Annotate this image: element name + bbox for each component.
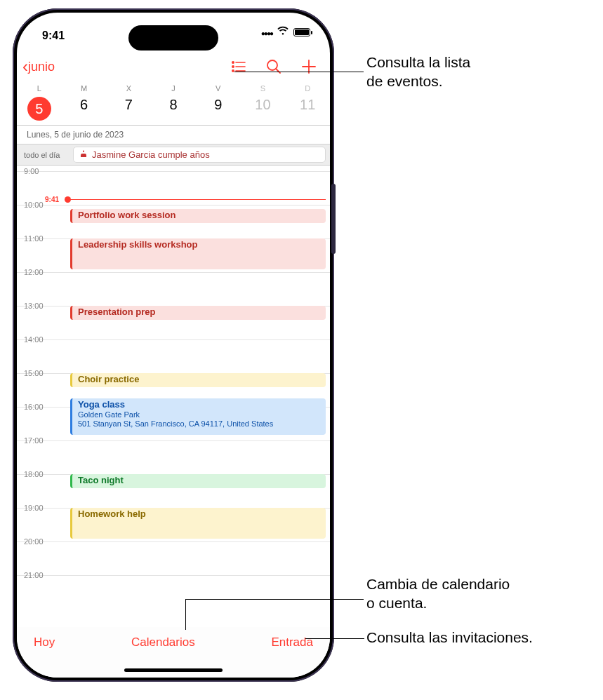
event-title: Choir practice bbox=[78, 375, 320, 385]
all-day-row: todo el día Jasmine Garcia cumple años bbox=[17, 144, 330, 166]
hour-label: 19:00 bbox=[24, 504, 44, 512]
bottom-toolbar: Hoy Calendarios Entrada bbox=[17, 627, 330, 678]
event-title: Yoga class bbox=[78, 400, 320, 410]
day-letter: V bbox=[196, 84, 241, 93]
hour-row: 14:00 bbox=[17, 339, 330, 373]
day-letter: D bbox=[285, 84, 330, 93]
add-event-button[interactable] bbox=[300, 58, 317, 75]
day-col-5[interactable]: L5 bbox=[17, 84, 62, 121]
hour-row: 17:00 bbox=[17, 440, 330, 474]
day-number: 9 bbox=[196, 97, 241, 113]
callout-line bbox=[185, 599, 186, 630]
today-button[interactable]: Hoy bbox=[34, 635, 55, 649]
home-indicator[interactable] bbox=[124, 668, 223, 672]
svg-line-7 bbox=[276, 69, 280, 73]
day-col-7[interactable]: X7 bbox=[106, 84, 151, 121]
hour-label: 18:00 bbox=[24, 470, 44, 478]
hour-label: 16:00 bbox=[24, 403, 44, 411]
callout-calendars: Cambia de calendario o cuenta. bbox=[366, 575, 510, 613]
day-letter: J bbox=[151, 84, 196, 93]
event-title: Leadership skills workshop bbox=[78, 240, 320, 250]
event-title: Taco night bbox=[78, 476, 320, 486]
event-title: Presentation prep bbox=[78, 307, 320, 318]
callout-line bbox=[185, 599, 364, 600]
hour-row: 12:00 bbox=[17, 272, 330, 306]
all-day-event-title: Jasmine Garcia cumple años bbox=[92, 149, 210, 160]
back-button[interactable]: ‹ junio bbox=[22, 58, 55, 75]
svg-point-0 bbox=[232, 62, 234, 63]
event-subtitle: Golden Gate Park bbox=[78, 410, 320, 419]
event-title: Portfolio work session bbox=[78, 210, 320, 221]
event-block[interactable]: Taco night bbox=[70, 474, 326, 488]
hour-label: 20:00 bbox=[24, 537, 44, 546]
search-button[interactable] bbox=[265, 58, 282, 75]
day-col-6[interactable]: M6 bbox=[62, 84, 107, 121]
hour-label: 15:00 bbox=[24, 369, 44, 377]
day-col-9[interactable]: V9 bbox=[196, 84, 241, 121]
svg-point-2 bbox=[232, 66, 234, 67]
now-time-label: 9:41 bbox=[45, 196, 59, 203]
hour-label: 12:00 bbox=[24, 268, 44, 276]
hour-label: 11:00 bbox=[24, 234, 44, 243]
day-letter: X bbox=[106, 84, 151, 93]
event-block[interactable]: Homework help bbox=[70, 508, 326, 539]
day-number: 10 bbox=[241, 97, 286, 113]
day-number: 7 bbox=[106, 97, 151, 113]
callout-list: Consulta la lista de eventos. bbox=[366, 53, 470, 91]
calendars-button[interactable]: Calendarios bbox=[131, 635, 195, 649]
full-date-label: Lunes, 5 de junio de 2023 bbox=[17, 126, 330, 144]
callout-line bbox=[305, 638, 364, 639]
dynamic-island bbox=[128, 25, 218, 51]
day-number: 6 bbox=[62, 97, 107, 113]
day-number: 8 bbox=[151, 97, 196, 113]
chevron-left-icon: ‹ bbox=[22, 58, 28, 75]
hour-label: 17:00 bbox=[24, 436, 44, 445]
inbox-button[interactable]: Entrada bbox=[271, 635, 313, 649]
all-day-event[interactable]: Jasmine Garcia cumple años bbox=[73, 147, 326, 163]
hour-label: 14:00 bbox=[24, 335, 44, 344]
event-subtitle: 501 Stanyan St, San Francisco, CA 94117,… bbox=[78, 419, 320, 429]
hour-label: 13:00 bbox=[24, 302, 44, 310]
birthday-icon bbox=[79, 149, 88, 160]
hour-row: 21:00 bbox=[17, 575, 330, 609]
screen: 9:41 ‹ junio bbox=[17, 13, 330, 678]
event-title: Homework help bbox=[78, 509, 320, 520]
day-letter: M bbox=[62, 84, 107, 93]
event-block[interactable]: Presentation prep bbox=[70, 306, 326, 320]
day-number: 5 bbox=[27, 97, 51, 121]
wifi-icon bbox=[277, 26, 289, 39]
hour-label: 10:00 bbox=[24, 201, 44, 209]
nav-bar: ‹ junio bbox=[17, 52, 330, 81]
week-strip[interactable]: L5M6X7J8V9S10D11 bbox=[17, 81, 330, 126]
event-block[interactable]: Leadership skills workshop bbox=[70, 238, 326, 269]
battery-icon bbox=[293, 28, 310, 36]
back-label: junio bbox=[28, 60, 55, 74]
day-col-11[interactable]: D11 bbox=[285, 84, 330, 121]
day-timeline[interactable]: 9:0010:0011:0012:0013:0014:0015:0016:001… bbox=[17, 166, 330, 614]
event-block[interactable]: Choir practice bbox=[70, 373, 326, 387]
list-view-button[interactable] bbox=[230, 58, 247, 75]
callout-inbox: Consulta las invitaciones. bbox=[366, 628, 533, 647]
day-col-8[interactable]: J8 bbox=[151, 84, 196, 121]
phone-frame: 9:41 ‹ junio bbox=[13, 8, 334, 682]
event-block[interactable]: Yoga classGolden Gate Park501 Stanyan St… bbox=[70, 398, 326, 435]
hour-label: 9:00 bbox=[24, 167, 39, 175]
day-letter: L bbox=[17, 84, 62, 93]
callout-line bbox=[234, 72, 364, 72]
cellular-icon bbox=[261, 26, 272, 39]
day-col-10[interactable]: S10 bbox=[241, 84, 286, 121]
status-time: 9:41 bbox=[42, 22, 65, 42]
svg-point-4 bbox=[232, 70, 234, 72]
event-block[interactable]: Portfolio work session bbox=[70, 209, 326, 223]
now-indicator bbox=[69, 199, 326, 200]
day-number: 11 bbox=[285, 97, 330, 113]
day-letter: S bbox=[241, 84, 286, 93]
hour-row: 20:00 bbox=[17, 541, 330, 575]
all-day-label: todo el día bbox=[24, 151, 67, 159]
hour-label: 21:00 bbox=[24, 571, 44, 579]
power-button[interactable] bbox=[331, 184, 336, 254]
